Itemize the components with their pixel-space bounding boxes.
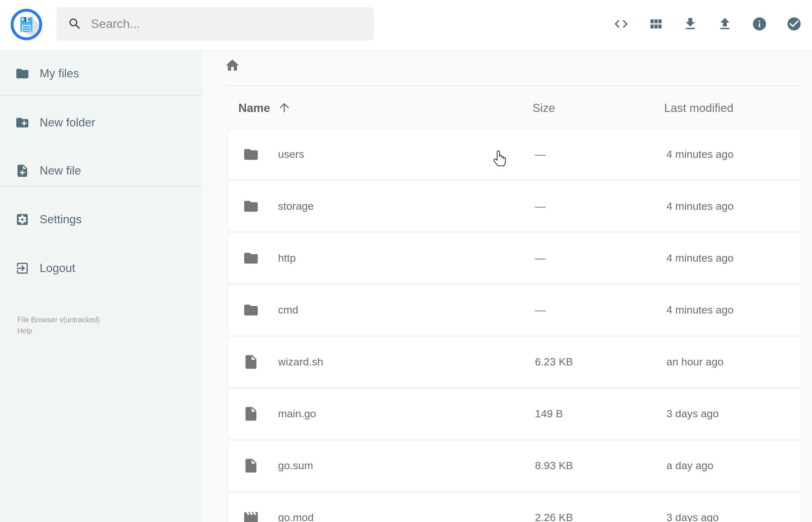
file-name: users — [278, 148, 304, 160]
help-link[interactable]: Help — [17, 326, 32, 335]
download-icon — [683, 16, 698, 32]
file-row-go-mod[interactable]: go.mod 2.26 KB 3 days ago — [227, 492, 802, 522]
file-row-cmd[interactable]: cmd — 4 minutes ago — [227, 285, 802, 335]
file-name: go.mod — [278, 511, 313, 522]
check-circle-icon — [786, 16, 802, 32]
sidebar: My files New folder New file Settings Lo… — [0, 50, 202, 522]
column-header-size[interactable]: Size — [532, 101, 555, 115]
search-icon — [68, 17, 82, 31]
file-modified: 4 minutes ago — [666, 148, 734, 160]
sidebar-divider — [0, 186, 202, 187]
shell-button[interactable] — [613, 16, 629, 32]
file-size: 2.26 KB — [535, 511, 573, 522]
info-button[interactable] — [752, 16, 767, 32]
folder-icon — [243, 146, 259, 163]
file-icon — [243, 406, 259, 422]
folder-icon — [243, 250, 259, 266]
search-input[interactable] — [90, 17, 368, 31]
file-modified: 4 minutes ago — [666, 252, 734, 264]
movie-icon — [243, 509, 259, 522]
file-size: — — [535, 148, 546, 160]
select-multiple-button[interactable] — [786, 16, 802, 32]
folder-plus-icon — [15, 115, 29, 130]
file-modified: 4 minutes ago — [666, 200, 734, 212]
file-size: 6.23 KB — [535, 356, 573, 368]
filebrowser-logo-icon — [11, 9, 42, 40]
file-icon — [243, 354, 259, 370]
file-modified: a day ago — [666, 459, 713, 472]
file-name: main.go — [278, 407, 316, 420]
sidebar-item-new-file[interactable]: New file — [0, 156, 202, 185]
folder-icon — [243, 302, 259, 318]
sidebar-divider — [0, 95, 202, 96]
sidebar-item-label: Settings — [40, 213, 82, 226]
file-icon — [243, 458, 259, 474]
top-bar — [0, 0, 812, 51]
file-modified: 4 minutes ago — [666, 304, 734, 316]
breadcrumb-home-button[interactable] — [225, 58, 240, 73]
column-header-name[interactable]: Name — [238, 101, 270, 115]
info-icon — [752, 16, 767, 32]
file-row-users[interactable]: users — 4 minutes ago — [227, 129, 802, 180]
home-icon — [225, 58, 240, 73]
sidebar-item-new-folder[interactable]: New folder — [0, 108, 202, 137]
file-plus-icon — [15, 163, 29, 178]
file-size: 149 B — [535, 407, 563, 420]
column-header-last-modified[interactable]: Last modified — [664, 101, 733, 115]
file-name: storage — [278, 200, 313, 212]
sort-ascending-icon[interactable] — [277, 101, 291, 115]
file-row-http[interactable]: http — 4 minutes ago — [227, 233, 802, 283]
file-name: wizard.sh — [278, 356, 323, 368]
download-button[interactable] — [683, 16, 698, 32]
file-row-storage[interactable]: storage — 4 minutes ago — [227, 181, 802, 232]
file-listing: users — 4 minutes ago storage — 4 minute… — [227, 129, 802, 522]
file-modified: an hour ago — [666, 356, 724, 368]
folder-icon — [243, 198, 259, 215]
file-size: — — [535, 304, 546, 316]
file-size: — — [535, 252, 546, 264]
sidebar-item-settings[interactable]: Settings — [0, 205, 202, 234]
sidebar-item-label: New file — [40, 164, 81, 177]
grid-view-icon — [648, 16, 664, 32]
sidebar-item-label: My files — [40, 67, 79, 80]
logout-icon — [15, 261, 29, 276]
sidebar-item-label: Logout — [40, 262, 75, 275]
switch-view-button[interactable] — [648, 16, 664, 32]
file-name: http — [278, 252, 296, 264]
sidebar-item-logout[interactable]: Logout — [0, 254, 202, 283]
file-row-wizard-sh[interactable]: wizard.sh 6.23 KB an hour ago — [227, 337, 802, 387]
file-size: 8.93 KB — [535, 459, 573, 472]
file-name: cmd — [278, 304, 298, 316]
sidebar-item-label: New folder — [40, 116, 95, 129]
settings-icon — [15, 212, 29, 227]
search-bar — [56, 7, 374, 41]
topbar-actions — [613, 16, 802, 32]
upload-icon — [717, 16, 733, 32]
code-icon — [613, 16, 629, 32]
upload-button[interactable] — [717, 16, 733, 32]
file-row-main-go[interactable]: main.go 149 B 3 days ago — [227, 388, 802, 439]
filebrowser-app: My files New folder New file Settings Lo… — [0, 0, 812, 522]
file-name: go.sum — [278, 459, 313, 472]
folder-icon — [15, 66, 29, 81]
file-row-go-sum[interactable]: go.sum 8.93 KB a day ago — [227, 440, 802, 491]
file-size: — — [535, 200, 546, 212]
app-version-text: File Browser v(untracked) — [17, 315, 100, 324]
breadcrumb-divider — [224, 85, 805, 86]
sidebar-item-my-files[interactable]: My files — [0, 59, 202, 88]
file-modified: 3 days ago — [666, 511, 718, 522]
file-modified: 3 days ago — [666, 407, 718, 420]
